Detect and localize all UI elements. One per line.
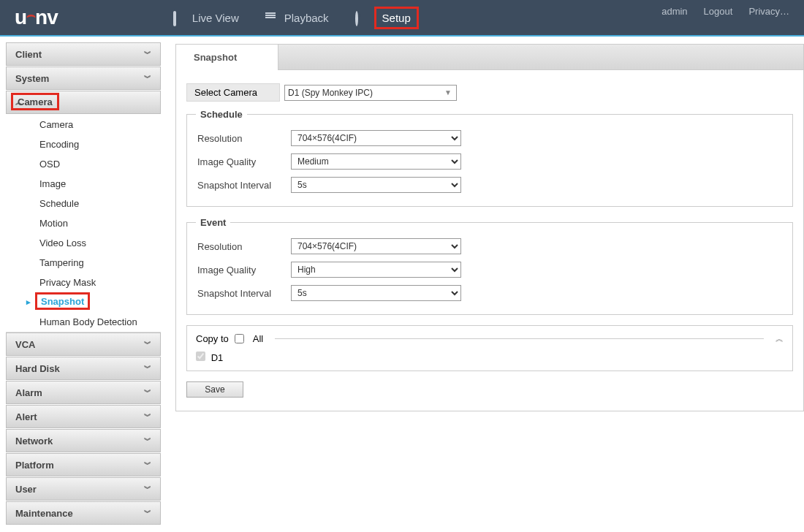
sidebar-item-camera[interactable]: Camera︽ (6, 91, 161, 114)
logout-link[interactable]: Logout (704, 6, 733, 17)
sidebar-item-alarm[interactable]: Alarm︾ (6, 381, 161, 404)
gear-icon (355, 12, 367, 23)
sidebar-item-system[interactable]: System︾ (6, 66, 161, 90)
event-fieldset: Event Resolution 704×576(4CIF) Image Qua… (186, 217, 793, 315)
nav-label: Setup (374, 7, 419, 29)
privacy-link[interactable]: Privacy… (748, 6, 789, 17)
copy-all-label: All (253, 333, 263, 344)
chevron-up-icon[interactable]: ︽ (775, 333, 784, 344)
chevron-down-icon: ︾ (144, 508, 151, 518)
logo: u⌢nv (15, 6, 58, 29)
chevron-down-icon: ︾ (144, 411, 151, 422)
sidebar-sub-osd[interactable]: OSD (6, 154, 161, 174)
tab-snapshot[interactable]: Snapshot (176, 44, 278, 70)
quality-label: Image Quality (196, 156, 291, 167)
user-name[interactable]: admin (661, 6, 687, 17)
divider (275, 338, 764, 339)
sidebar-sub-schedule[interactable]: Schedule (6, 194, 161, 213)
interval-label: Snapshot Interval (196, 180, 291, 191)
chevron-down-icon: ︾ (144, 49, 151, 59)
sidebar-sub-humanbody[interactable]: Human Body Detection (6, 312, 161, 332)
nav-live-view[interactable]: Live View (160, 0, 252, 35)
save-button[interactable]: Save (186, 381, 243, 398)
sidebar-item-alert[interactable]: Alert︾ (6, 405, 161, 428)
resolution-label: Resolution (196, 133, 291, 144)
chevron-down-icon: ︾ (144, 436, 151, 446)
sidebar-sub-motion[interactable]: Motion (6, 213, 161, 233)
sidebar-item-platform[interactable]: Platform︾ (6, 453, 161, 476)
sidebar-sub-tampering[interactable]: Tampering (6, 253, 161, 273)
sidebar-item-network[interactable]: Network︾ (6, 429, 161, 452)
nav-playback[interactable]: Playback (252, 0, 342, 35)
event-quality-select[interactable]: High (291, 262, 461, 278)
select-camera-label: Select Camera (186, 83, 280, 102)
sidebar-item-vca[interactable]: VCA︾ (6, 332, 161, 356)
chevron-down-icon: ︾ (144, 460, 151, 470)
schedule-resolution-select[interactable]: 704×576(4CIF) (291, 130, 461, 146)
chevron-down-icon: ︾ (144, 73, 151, 83)
event-legend: Event (196, 217, 230, 228)
copy-d1-label: D1 (211, 352, 224, 363)
copy-to-label: Copy to (196, 333, 229, 344)
sidebar-sub-camera[interactable]: Camera (6, 115, 161, 134)
sidebar-sub-videoloss[interactable]: Video Loss (6, 233, 161, 253)
quality-label: Image Quality (196, 265, 291, 276)
sidebar-sub-image[interactable]: Image (6, 174, 161, 194)
event-resolution-select[interactable]: 704×576(4CIF) (291, 238, 461, 254)
schedule-quality-select[interactable]: Medium (291, 153, 461, 170)
sidebar: Client︾ System︾ Camera︽ Camera Encoding … (0, 37, 167, 532)
copy-to-section: Copy to All ︽ D1 (186, 325, 793, 371)
playback-icon (265, 12, 277, 23)
nav-label: Playback (284, 12, 329, 24)
chevron-down-icon: ︾ (144, 363, 151, 373)
sidebar-item-harddisk[interactable]: Hard Disk︾ (6, 357, 161, 380)
schedule-legend: Schedule (196, 109, 247, 120)
nav-label: Live View (192, 12, 239, 24)
sidebar-item-maintenance[interactable]: Maintenance︾ (6, 501, 161, 525)
sidebar-sub-privacymask[interactable]: Privacy Mask (6, 273, 161, 292)
sidebar-sub-encoding[interactable]: Encoding (6, 134, 161, 154)
schedule-fieldset: Schedule Resolution 704×576(4CIF) Image … (186, 109, 793, 207)
copy-all-checkbox[interactable] (235, 334, 244, 343)
sidebar-sub-snapshot[interactable]: Snapshot (6, 292, 161, 312)
monitor-icon (173, 12, 185, 23)
sidebar-item-user[interactable]: User︾ (6, 477, 161, 501)
sidebar-item-client[interactable]: Client︾ (6, 42, 161, 66)
event-interval-select[interactable]: 5s (291, 285, 461, 301)
chevron-down-icon: ︾ (144, 387, 151, 398)
resolution-label: Resolution (196, 241, 291, 252)
interval-label: Snapshot Interval (196, 288, 291, 299)
chevron-down-icon: ▼ (444, 88, 452, 96)
nav-setup[interactable]: Setup (342, 0, 432, 35)
tab-bar: Snapshot (175, 44, 804, 70)
schedule-interval-select[interactable]: 5s (291, 177, 461, 193)
chevron-down-icon: ︾ (144, 484, 151, 494)
select-camera-dropdown[interactable]: D1 (Spy Monkey IPC)▼ (284, 85, 457, 101)
chevron-down-icon: ︾ (144, 339, 151, 349)
copy-d1-checkbox[interactable] (196, 352, 205, 361)
